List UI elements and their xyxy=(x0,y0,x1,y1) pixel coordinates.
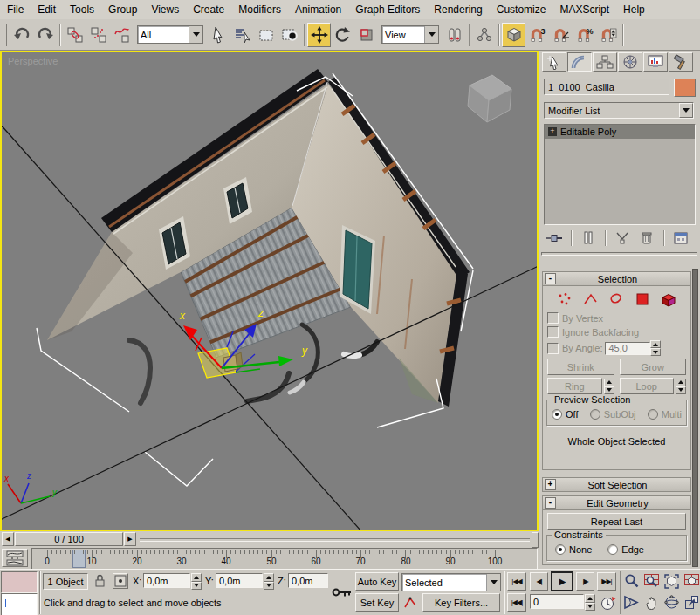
percent-snap-button[interactable]: % xyxy=(573,23,596,47)
preview-subobj-radio[interactable]: SubObj xyxy=(590,409,636,420)
time-configuration-button[interactable] xyxy=(599,593,617,612)
time-slider-grip[interactable] xyxy=(532,532,539,548)
pin-stack-button[interactable] xyxy=(544,229,565,247)
select-and-scale-button[interactable] xyxy=(354,23,378,47)
dropdown-arrow-icon[interactable] xyxy=(679,103,693,118)
toolbar-grip[interactable] xyxy=(3,24,7,46)
track-bar-ruler[interactable]: 0 10 20 30 40 50 60 70 80 90 100 xyxy=(31,548,538,570)
viewport-canvas[interactable]: x z y x z y Perspective xyxy=(2,52,537,530)
maxscript-macro-recorder[interactable] xyxy=(1,571,38,593)
menu-item-animation[interactable]: Animation xyxy=(288,0,348,19)
ring-button[interactable]: Ring xyxy=(547,378,602,394)
edit-geometry-header[interactable]: - Edit Geometry xyxy=(543,496,690,510)
time-slider-track[interactable] xyxy=(140,538,530,542)
by-vertex-checkbox-row[interactable]: By Vertex xyxy=(547,312,686,324)
menu-item-help[interactable]: Help xyxy=(616,0,652,19)
menu-item-file[interactable]: File xyxy=(0,0,31,19)
maxscript-listener[interactable] xyxy=(1,593,38,615)
object-name-field[interactable]: 1_0100_Casilla xyxy=(544,79,669,95)
field-of-view-button[interactable] xyxy=(622,593,641,612)
tab-motion[interactable] xyxy=(618,52,642,72)
selection-filter-dropdown[interactable]: All xyxy=(137,25,203,44)
play-animation-button[interactable]: ▶ xyxy=(551,571,573,591)
menu-item-create[interactable]: Create xyxy=(186,0,231,19)
viewport-label[interactable]: Perspective xyxy=(8,56,58,66)
crossing-selection-button[interactable] xyxy=(278,23,301,47)
perspective-viewport[interactable]: x z y x z y Perspective xyxy=(0,51,539,531)
go-to-start-button[interactable]: |◀◀ xyxy=(507,572,526,591)
x-coord-field[interactable]: 0,0m xyxy=(143,573,190,588)
zoom-all-button[interactable] xyxy=(642,572,661,591)
y-coord-field[interactable]: 0,0m xyxy=(216,573,263,588)
constraint-none-radio[interactable]: None xyxy=(555,544,592,555)
polygon-subobject-icon[interactable] xyxy=(634,291,651,307)
building-model[interactable] xyxy=(47,69,470,407)
undo-button[interactable] xyxy=(10,23,33,47)
tab-display[interactable] xyxy=(643,52,668,72)
min-max-toggle-button[interactable] xyxy=(683,593,700,612)
spinner-snap-button[interactable] xyxy=(596,23,620,47)
snap-3d-button[interactable]: 3 xyxy=(525,23,549,47)
ghost-cube[interactable] xyxy=(468,75,511,122)
collapse-icon[interactable]: - xyxy=(545,273,556,284)
by-angle-checkbox[interactable] xyxy=(547,343,559,354)
redo-button[interactable] xyxy=(33,23,57,47)
previous-frame-button[interactable]: ◀| xyxy=(530,572,548,591)
pan-button[interactable] xyxy=(642,593,661,612)
constraint-edge-radio[interactable]: Edge xyxy=(607,544,644,555)
menu-item-edit[interactable]: Edit xyxy=(31,0,63,19)
key-filter-mode-dropdown[interactable]: Selected xyxy=(401,573,501,591)
zoom-extents-button[interactable] xyxy=(662,572,681,591)
go-to-end-button[interactable]: ▶▶| xyxy=(597,572,616,591)
menu-item-group[interactable]: Group xyxy=(101,0,144,19)
stack-item-editable-poly[interactable]: + Editable Poly xyxy=(545,125,695,139)
select-and-rotate-button[interactable] xyxy=(331,23,354,47)
vertex-subobject-icon[interactable] xyxy=(556,291,573,307)
time-slider-forward-button[interactable]: ▶ xyxy=(124,532,136,546)
bind-to-spacewarp-button[interactable] xyxy=(110,23,134,47)
select-by-name-button[interactable] xyxy=(230,23,254,47)
select-object-button[interactable] xyxy=(207,23,230,47)
auto-key-button[interactable]: Auto Key xyxy=(355,572,399,591)
preview-off-radio[interactable]: Off xyxy=(552,409,578,420)
panel-scrollbar[interactable] xyxy=(692,269,698,567)
ignore-backfacing-checkbox[interactable] xyxy=(547,326,559,338)
expand-icon[interactable]: + xyxy=(545,479,556,490)
edge-subobject-icon[interactable] xyxy=(582,291,600,307)
menu-item-tools[interactable]: Tools xyxy=(63,0,101,19)
preview-multi-radio[interactable]: Multi xyxy=(648,409,682,420)
menu-item-modifiers[interactable]: Modifiers xyxy=(231,0,288,19)
menu-item-graph-editors[interactable]: Graph Editors xyxy=(348,0,427,19)
soft-selection-header[interactable]: + Soft Selection xyxy=(543,478,690,491)
key-mode-toggle-button[interactable]: |◀◀| xyxy=(507,593,526,612)
ring-spinner[interactable] xyxy=(604,379,614,394)
zoom-button[interactable] xyxy=(622,572,641,591)
angle-spinner[interactable] xyxy=(650,340,661,356)
unlink-selection-button[interactable] xyxy=(86,23,110,47)
default-tangent-button[interactable] xyxy=(401,593,420,612)
make-unique-button[interactable] xyxy=(612,229,633,247)
set-key-button[interactable]: Set Key xyxy=(355,593,399,612)
border-subobject-icon[interactable] xyxy=(607,291,625,307)
by-angle-row[interactable]: By Angle: 45,0 xyxy=(547,340,686,356)
absolute-offset-toggle-button[interactable] xyxy=(113,573,128,589)
use-pivot-point-center-button[interactable] xyxy=(443,23,466,47)
loop-button[interactable]: Loop xyxy=(620,378,675,394)
angle-snap-button[interactable] xyxy=(549,23,573,47)
dropdown-arrow-icon[interactable] xyxy=(189,26,202,43)
menu-item-views[interactable]: Views xyxy=(144,0,186,19)
rectangular-selection-region-button[interactable] xyxy=(254,23,278,47)
modifier-list-dropdown[interactable]: Modifier List xyxy=(544,102,694,119)
element-subobject-icon[interactable] xyxy=(660,291,677,307)
zoom-extents-all-button[interactable] xyxy=(683,572,700,591)
menu-item-rendering[interactable]: Rendering xyxy=(427,0,489,19)
ignore-backfacing-checkbox-row[interactable]: Ignore Backfacing xyxy=(547,326,686,338)
x-coord-spinner[interactable] xyxy=(191,573,202,590)
frame-spinner[interactable] xyxy=(585,594,595,611)
by-vertex-checkbox[interactable] xyxy=(547,312,559,324)
dropdown-arrow-icon[interactable] xyxy=(486,574,500,591)
time-slider-back-button[interactable]: ◀ xyxy=(2,532,14,546)
selection-rollout-header[interactable]: - Selection xyxy=(543,272,690,286)
key-filters-button[interactable]: Key Filters... xyxy=(422,593,500,612)
tab-hierarchy[interactable] xyxy=(593,52,617,72)
